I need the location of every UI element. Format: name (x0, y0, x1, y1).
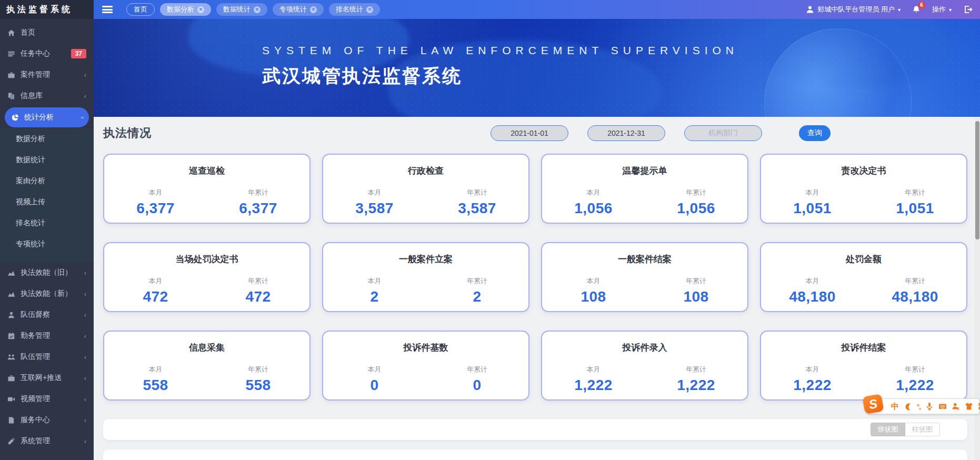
filter-bar: 2021-01-01 2021-12-31 机构部门 查询 (491, 125, 831, 141)
sidebar-menu: 首页 任务中心 37 案件管理 ‹ 信息库 ‹ 统计分析 ‹ (0, 19, 94, 460)
stat-card-title: 行政检查 (323, 165, 528, 177)
tab-label: 数据分析 (167, 5, 194, 14)
sidebar-subitem-data-analysis[interactable]: 数据分析 (0, 128, 94, 149)
ime-chinese-mode-icon[interactable]: 中 (891, 402, 899, 411)
stat-card-rectification-decision: 责改决定书 本月1,051 年累计1,051 (760, 154, 967, 224)
ime-halfwidth-moon-icon[interactable] (904, 402, 912, 411)
tab-close-icon[interactable]: ✕ (310, 6, 317, 13)
calendar-icon (7, 332, 15, 340)
sidebar-subitem-video-upload[interactable]: 视频上传 (0, 192, 94, 213)
sidebar-item-system-management[interactable]: 系统管理 ‹ (0, 431, 94, 452)
stat-card-title: 处罚金额 (761, 253, 966, 265)
year-label: 年累计 (645, 365, 747, 374)
sidebar-item-statistics-analysis[interactable]: 统计分析 ‹ (5, 107, 89, 127)
tab-close-icon[interactable]: ✕ (254, 6, 261, 13)
org-department-select[interactable]: 机构部门 (684, 125, 762, 141)
ime-skin-icon[interactable] (965, 402, 973, 411)
users-icon (7, 353, 15, 361)
tab-close-icon[interactable]: ✕ (197, 6, 204, 13)
sidebar-item-label: 服务中心 (21, 415, 50, 425)
pie-chart-toggle-button[interactable]: 饼状图 (871, 423, 905, 436)
end-date-input[interactable]: 2021-12-31 (587, 125, 665, 141)
sidebar-item-service-center[interactable]: 服务中心 ‹ (0, 409, 94, 431)
sidebar-item-label: 互联网+推送 (21, 373, 62, 383)
app-window: 执法监督系统 首页 任务中心 37 案件管理 ‹ 信息库 ‹ (0, 0, 980, 460)
tab-ranking-statistics[interactable]: 排名统计 ✕ (329, 3, 380, 16)
stat-card-title: 投诉件基数 (323, 342, 528, 354)
logout-icon[interactable] (963, 5, 973, 14)
sidebar-item-label: 执法效能（新） (21, 289, 72, 298)
chevron-down-icon: ‹ (77, 116, 85, 118)
tab-close-icon[interactable]: ✕ (366, 6, 373, 13)
sidebar-item-team-inspection[interactable]: 队伍督察 ‹ (0, 304, 94, 325)
sidebar-item-duty-management[interactable]: 勤务管理 ‹ (0, 325, 94, 346)
map-shape (759, 19, 948, 87)
sidebar-subitem-special-statistics[interactable]: 专项统计 (0, 234, 94, 255)
stat-card-onsite-penalty: 当场处罚决定书 本月472 年累计472 (103, 242, 311, 312)
sidebar-item-label: 系统管理 (21, 436, 50, 446)
year-value: 0 (426, 377, 528, 394)
ime-keyboard-icon[interactable] (938, 402, 947, 411)
tab-label: 首页 (134, 5, 147, 14)
ime-account-icon[interactable]: 6 (952, 402, 960, 411)
sidebar-item-internet-push[interactable]: 互联网+推送 ‹ (0, 367, 94, 388)
ime-punctuation-icon[interactable]: °, (917, 403, 921, 411)
chart-toggle-panel: 饼状图 柱状图 (103, 419, 967, 440)
sidebar-item-team-management[interactable]: 队伍管理 ‹ (0, 346, 94, 367)
stat-card-title: 责改决定书 (761, 165, 966, 177)
subitem-label: 数据统计 (16, 155, 45, 165)
subitem-label: 专项统计 (16, 239, 45, 249)
sidebar-item-video-management[interactable]: 视频管理 ‹ (0, 388, 94, 409)
content-area: 执法情况 2021-01-01 2021-12-31 机构部门 查询 巡查巡检 … (94, 117, 980, 460)
month-label: 本月 (542, 276, 645, 286)
sidebar-item-case-management[interactable]: 案件管理 ‹ (0, 64, 94, 85)
month-value: 6,377 (104, 200, 207, 217)
sogou-logo[interactable]: S (862, 394, 884, 414)
tab-special-statistics[interactable]: 专项统计 ✕ (273, 3, 324, 16)
sidebar-item-info-library[interactable]: 信息库 ‹ (0, 85, 94, 106)
tab-data-analysis[interactable]: 数据分析 ✕ (160, 3, 211, 16)
menu-toggle-icon[interactable] (102, 6, 113, 13)
stat-card-complaint-entry: 投诉件录入 本月1,222 年累计1,222 (541, 331, 748, 401)
banner-subtitle: SYSTEM OF THE LAW ENFORCEMENT SUPERVISIO… (262, 44, 738, 57)
tab-data-statistics[interactable]: 数据统计 ✕ (216, 3, 267, 16)
ime-more-grid-icon[interactable] (978, 402, 980, 411)
user-menu[interactable]: 郏城中队平台管理员 用户 ▾ (806, 5, 901, 14)
notifications-button[interactable]: 6 (912, 5, 921, 14)
sidebar-subitem-cause-analysis[interactable]: 案由分析 (0, 171, 94, 192)
stat-card-title: 巡查巡检 (104, 165, 309, 177)
actions-menu[interactable]: 操作 ▾ (932, 5, 952, 14)
sidebar-item-home[interactable]: 首页 (0, 22, 94, 43)
scrollbar-thumb[interactable] (975, 121, 979, 239)
ime-microphone-icon[interactable] (925, 402, 934, 411)
app-title: 执法监督系统 (0, 0, 94, 19)
chevron-left-icon: ‹ (84, 416, 86, 424)
month-label: 本月 (542, 188, 645, 197)
sidebar-item-law-efficiency-new[interactable]: 执法效能（新） ‹ (0, 283, 94, 304)
stat-card-title: 温馨提示单 (542, 165, 747, 177)
sidebar-item-law-efficiency-old[interactable]: 执法效能（旧） ‹ (0, 262, 94, 283)
sidebar-subitem-data-statistics[interactable]: 数据统计 (0, 149, 94, 171)
start-date-input[interactable]: 2021-01-01 (491, 125, 568, 141)
documents-icon (7, 92, 15, 100)
month-label: 本月 (761, 276, 864, 286)
stat-card-title: 一般案件结案 (542, 253, 747, 265)
stat-card-title: 投诉件录入 (542, 342, 747, 354)
sidebar-item-label: 执法效能（旧） (21, 268, 72, 277)
sidebar-subitem-ranking-statistics[interactable]: 排名统计 (0, 213, 94, 234)
briefcase-icon (7, 71, 15, 79)
bar-chart-toggle-button[interactable]: 柱状图 (905, 423, 940, 436)
search-button[interactable]: 查询 (799, 125, 831, 141)
year-label: 年累计 (207, 276, 309, 286)
year-label: 年累计 (645, 276, 747, 286)
year-label: 年累计 (207, 365, 309, 374)
month-label: 本月 (323, 188, 426, 197)
area-chart-icon (7, 269, 15, 277)
file-icon (7, 416, 15, 424)
sidebar-item-task-center[interactable]: 任务中心 37 (0, 43, 94, 64)
edit-icon (7, 437, 15, 445)
year-value: 1,056 (645, 200, 747, 217)
month-value: 472 (104, 288, 207, 305)
stat-card-penalty-amount: 处罚金额 本月48,180 年累计48,180 (760, 242, 967, 312)
tab-home[interactable]: 首页 (126, 3, 155, 16)
